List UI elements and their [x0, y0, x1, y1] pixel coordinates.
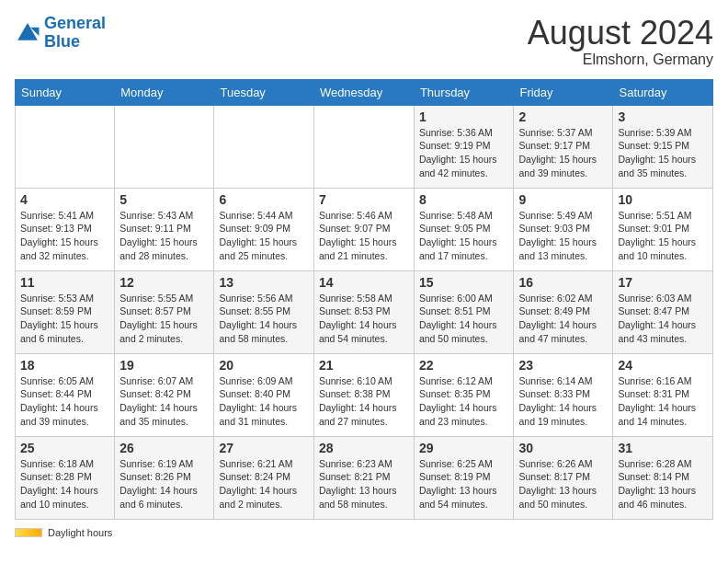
day-info: Sunrise: 6:00 AM Sunset: 8:51 PM Dayligh…: [419, 292, 509, 346]
calendar-cell: 18Sunrise: 6:05 AM Sunset: 8:44 PM Dayli…: [16, 353, 115, 436]
week-row-1: 4Sunrise: 5:41 AM Sunset: 9:13 PM Daylig…: [16, 188, 713, 270]
calendar-body: 1Sunrise: 5:36 AM Sunset: 9:19 PM Daylig…: [16, 105, 713, 519]
calendar-cell: 13Sunrise: 5:56 AM Sunset: 8:55 PM Dayli…: [214, 270, 313, 353]
calendar-cell: 3Sunrise: 5:39 AM Sunset: 9:15 PM Daylig…: [613, 105, 713, 188]
day-info: Sunrise: 5:37 AM Sunset: 9:17 PM Dayligh…: [518, 126, 608, 180]
day-info: Sunrise: 6:12 AM Sunset: 8:35 PM Dayligh…: [419, 374, 509, 429]
header-cell-saturday: Saturday: [613, 79, 713, 105]
calendar-cell: 25Sunrise: 6:18 AM Sunset: 8:28 PM Dayli…: [16, 436, 115, 519]
calendar-cell: [16, 105, 115, 188]
calendar-cell: 9Sunrise: 5:49 AM Sunset: 9:03 PM Daylig…: [514, 188, 613, 270]
calendar-cell: 5Sunrise: 5:43 AM Sunset: 9:11 PM Daylig…: [115, 188, 214, 270]
calendar-cell: 15Sunrise: 6:00 AM Sunset: 8:51 PM Dayli…: [414, 270, 514, 353]
day-number: 17: [618, 275, 708, 290]
logo-icon: [15, 20, 40, 46]
day-info: Sunrise: 6:25 AM Sunset: 8:19 PM Dayligh…: [419, 457, 509, 511]
day-info: Sunrise: 5:48 AM Sunset: 9:05 PM Dayligh…: [419, 209, 509, 263]
header-cell-wednesday: Wednesday: [313, 79, 414, 105]
calendar-cell: 22Sunrise: 6:12 AM Sunset: 8:35 PM Dayli…: [414, 353, 514, 436]
day-number: 6: [219, 192, 308, 207]
day-info: Sunrise: 6:16 AM Sunset: 8:31 PM Dayligh…: [618, 374, 708, 429]
day-info: Sunrise: 6:02 AM Sunset: 8:49 PM Dayligh…: [518, 292, 608, 346]
day-number: 7: [319, 192, 409, 207]
header-cell-thursday: Thursday: [414, 79, 514, 105]
day-number: 20: [219, 358, 308, 373]
day-info: Sunrise: 5:55 AM Sunset: 8:57 PM Dayligh…: [119, 292, 209, 346]
week-row-2: 11Sunrise: 5:53 AM Sunset: 8:59 PM Dayli…: [16, 270, 713, 353]
header: General Blue August 2024 Elmshorn, Germa…: [15, 15, 713, 68]
calendar-cell: 24Sunrise: 6:16 AM Sunset: 8:31 PM Dayli…: [613, 353, 713, 436]
logo-general: General: [44, 14, 106, 32]
day-info: Sunrise: 6:07 AM Sunset: 8:42 PM Dayligh…: [119, 374, 209, 429]
calendar-cell: 6Sunrise: 5:44 AM Sunset: 9:09 PM Daylig…: [214, 188, 313, 270]
day-number: 5: [119, 192, 209, 207]
day-info: Sunrise: 6:05 AM Sunset: 8:44 PM Dayligh…: [20, 374, 109, 429]
header-cell-friday: Friday: [514, 79, 613, 105]
day-info: Sunrise: 6:18 AM Sunset: 8:28 PM Dayligh…: [20, 457, 109, 511]
calendar-cell: [115, 105, 214, 188]
calendar-cell: 30Sunrise: 6:26 AM Sunset: 8:17 PM Dayli…: [514, 436, 613, 519]
day-number: 21: [319, 358, 409, 373]
day-number: 19: [119, 358, 209, 373]
location: Elmshorn, Germany: [528, 52, 713, 68]
day-info: Sunrise: 6:23 AM Sunset: 8:21 PM Dayligh…: [319, 457, 409, 511]
logo-text: General Blue: [44, 15, 106, 52]
week-row-4: 25Sunrise: 6:18 AM Sunset: 8:28 PM Dayli…: [16, 436, 713, 519]
legend: Daylight hours: [15, 527, 713, 538]
day-number: 18: [20, 358, 109, 373]
day-info: Sunrise: 6:03 AM Sunset: 8:47 PM Dayligh…: [618, 292, 708, 346]
day-number: 9: [518, 192, 608, 207]
day-number: 27: [219, 441, 308, 455]
calendar-cell: 27Sunrise: 6:21 AM Sunset: 8:24 PM Dayli…: [214, 436, 313, 519]
calendar-cell: 19Sunrise: 6:07 AM Sunset: 8:42 PM Dayli…: [115, 353, 214, 436]
day-number: 28: [319, 441, 409, 455]
day-info: Sunrise: 5:53 AM Sunset: 8:59 PM Dayligh…: [20, 292, 109, 346]
day-info: Sunrise: 5:58 AM Sunset: 8:53 PM Dayligh…: [319, 292, 409, 346]
day-number: 3: [618, 109, 708, 124]
calendar-cell: 12Sunrise: 5:55 AM Sunset: 8:57 PM Dayli…: [115, 270, 214, 353]
week-row-3: 18Sunrise: 6:05 AM Sunset: 8:44 PM Dayli…: [16, 353, 713, 436]
calendar-cell: 2Sunrise: 5:37 AM Sunset: 9:17 PM Daylig…: [514, 105, 613, 188]
day-info: Sunrise: 5:49 AM Sunset: 9:03 PM Dayligh…: [518, 209, 608, 263]
day-info: Sunrise: 5:36 AM Sunset: 9:19 PM Dayligh…: [419, 126, 509, 180]
calendar-cell: 20Sunrise: 6:09 AM Sunset: 8:40 PM Dayli…: [214, 353, 313, 436]
day-number: 11: [20, 275, 109, 290]
day-info: Sunrise: 5:43 AM Sunset: 9:11 PM Dayligh…: [119, 209, 209, 263]
day-number: 12: [119, 275, 209, 290]
day-number: 16: [518, 275, 608, 290]
calendar-cell: 26Sunrise: 6:19 AM Sunset: 8:26 PM Dayli…: [115, 436, 214, 519]
calendar-cell: 21Sunrise: 6:10 AM Sunset: 8:38 PM Dayli…: [313, 353, 414, 436]
day-info: Sunrise: 6:19 AM Sunset: 8:26 PM Dayligh…: [119, 457, 209, 511]
logo: General Blue: [15, 15, 106, 52]
calendar-cell: 8Sunrise: 5:48 AM Sunset: 9:05 PM Daylig…: [414, 188, 514, 270]
calendar-cell: 28Sunrise: 6:23 AM Sunset: 8:21 PM Dayli…: [313, 436, 414, 519]
day-info: Sunrise: 6:14 AM Sunset: 8:33 PM Dayligh…: [518, 374, 608, 429]
title-block: August 2024 Elmshorn, Germany: [528, 15, 713, 68]
header-cell-tuesday: Tuesday: [214, 79, 313, 105]
calendar-cell: 4Sunrise: 5:41 AM Sunset: 9:13 PM Daylig…: [16, 188, 115, 270]
day-number: 4: [20, 192, 109, 207]
legend-label: Daylight hours: [48, 527, 112, 538]
day-number: 29: [419, 441, 509, 455]
day-info: Sunrise: 6:21 AM Sunset: 8:24 PM Dayligh…: [219, 457, 308, 511]
day-number: 23: [518, 358, 608, 373]
day-number: 13: [219, 275, 308, 290]
day-number: 26: [119, 441, 209, 455]
day-number: 24: [618, 358, 708, 373]
calendar-table: SundayMondayTuesdayWednesdayThursdayFrid…: [15, 79, 713, 520]
day-info: Sunrise: 6:28 AM Sunset: 8:14 PM Dayligh…: [618, 457, 708, 511]
day-number: 25: [20, 441, 109, 455]
calendar-cell: 23Sunrise: 6:14 AM Sunset: 8:33 PM Dayli…: [514, 353, 613, 436]
day-info: Sunrise: 5:56 AM Sunset: 8:55 PM Dayligh…: [219, 292, 308, 346]
logo-blue: Blue: [44, 32, 80, 51]
day-info: Sunrise: 5:44 AM Sunset: 9:09 PM Dayligh…: [219, 209, 308, 263]
day-info: Sunrise: 6:10 AM Sunset: 8:38 PM Dayligh…: [319, 374, 409, 429]
calendar-cell: [313, 105, 414, 188]
day-number: 14: [319, 275, 409, 290]
day-number: 15: [419, 275, 509, 290]
day-number: 31: [618, 441, 708, 455]
day-info: Sunrise: 6:09 AM Sunset: 8:40 PM Dayligh…: [219, 374, 308, 429]
day-info: Sunrise: 6:26 AM Sunset: 8:17 PM Dayligh…: [518, 457, 608, 511]
day-info: Sunrise: 5:41 AM Sunset: 9:13 PM Dayligh…: [20, 209, 109, 263]
calendar-cell: 14Sunrise: 5:58 AM Sunset: 8:53 PM Dayli…: [313, 270, 414, 353]
